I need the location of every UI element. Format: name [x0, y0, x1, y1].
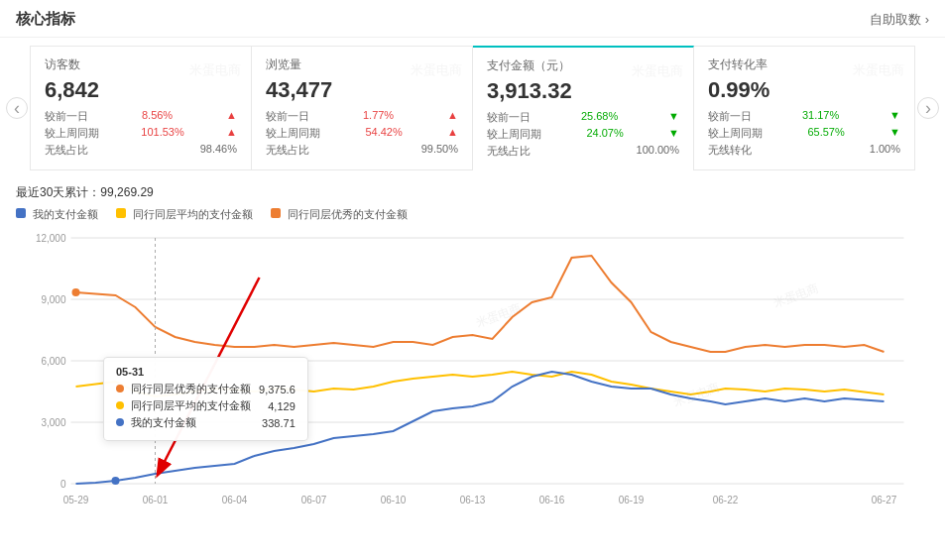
- metric-rows-pageviews: 较前一日 1.77% ▲ 较上周同期 54.42% ▲ 无线占比 99.50%: [266, 109, 458, 158]
- metric-row-label: 无线占比: [45, 143, 88, 158]
- arrow-up-icon: ▲: [226, 109, 237, 124]
- metric-card-visitors: 访客数 6,842 较前一日 8.56% ▲ 较上周同期 101.53% ▲ 无…: [30, 46, 252, 170]
- metric-row-value: 25.68%: [581, 110, 618, 125]
- svg-text:06-10: 06-10: [381, 495, 407, 505]
- arrow-down-icon: ▼: [668, 127, 679, 142]
- header: 核心指标 自助取数 ›: [0, 0, 945, 38]
- svg-text:06-27: 06-27: [872, 495, 897, 505]
- metric-row-label: 较上周同期: [708, 126, 763, 141]
- tooltip-dot-top: [116, 385, 124, 392]
- svg-text:06-04: 06-04: [222, 495, 248, 505]
- tooltip-row-my: 我的支付金额 338.71: [116, 415, 295, 430]
- metric-card-payment: 支付金额（元） 3,913.32 较前一日 25.68% ▼ 较上周同期 24.…: [473, 46, 694, 170]
- legend-dot-avg: [116, 208, 126, 218]
- tooltip-dot-avg: [116, 401, 124, 409]
- metrics-cards: 访客数 6,842 较前一日 8.56% ▲ 较上周同期 101.53% ▲ 无…: [30, 46, 915, 170]
- tooltip-value-my: 338.71: [262, 417, 295, 429]
- arrow-down-icon: ▼: [889, 126, 900, 141]
- metric-label-conversion: 支付转化率: [708, 56, 900, 73]
- chart-tooltip: 05-31 同行同层优秀的支付金额 9,375.6 同行同层平均的支付金额 4,…: [103, 357, 308, 441]
- metric-row-label: 无线占比: [266, 143, 309, 158]
- metric-label-payment: 支付金额（元）: [487, 57, 679, 74]
- metric-row-value: 65.57%: [807, 126, 844, 141]
- line-top: [76, 256, 885, 352]
- metric-value-conversion: 0.99%: [708, 77, 900, 103]
- legend-label-avg: 同行同层平均的支付金额: [133, 208, 253, 220]
- metric-row-label: 无线占比: [487, 144, 531, 159]
- svg-text:06-01: 06-01: [143, 495, 169, 505]
- self-service-label: 自助取数: [870, 11, 921, 29]
- metric-row-value: 31.17%: [802, 109, 839, 124]
- tooltip-dot-my: [116, 418, 124, 426]
- svg-text:06-22: 06-22: [713, 495, 739, 505]
- tooltip-value-top: 9,375.6: [259, 384, 295, 395]
- metric-row-value: 99.50%: [421, 143, 458, 158]
- chevron-right-icon: ›: [925, 12, 929, 27]
- svg-text:6,000: 6,000: [41, 356, 65, 367]
- legend-dot-my: [16, 208, 26, 218]
- chart-area: 12,000 9,000 6,000 3,000 0 05-29 06-01 0…: [16, 228, 929, 535]
- arrow-up-icon: ▲: [447, 126, 458, 141]
- svg-text:米蛋电商: 米蛋电商: [672, 380, 722, 409]
- metric-value-visitors: 6,842: [45, 77, 237, 103]
- svg-text:0: 0: [60, 479, 66, 490]
- tooltip-label-my: 我的支付金额: [131, 416, 196, 428]
- metrics-nav-left[interactable]: ‹: [6, 97, 28, 119]
- metric-row-label: 较前一日: [266, 109, 309, 124]
- page-title: 核心指标: [16, 10, 75, 29]
- tooltip-row-top: 同行同层优秀的支付金额 9,375.6: [116, 382, 295, 396]
- tooltip-label-top: 同行同层优秀的支付金额: [131, 383, 251, 394]
- metric-row-label: 无线转化: [708, 143, 752, 158]
- metric-row-value: 8.56%: [142, 109, 173, 124]
- metric-row-value: 101.53%: [141, 126, 183, 141]
- tooltip-label-avg: 同行同层平均的支付金额: [131, 399, 251, 411]
- metric-row-value: 98.46%: [200, 143, 237, 158]
- metric-row-label: 较前一日: [487, 110, 531, 125]
- arrow-down-icon: ▼: [889, 109, 900, 124]
- metric-row-value: 54.42%: [365, 126, 402, 141]
- metric-row-value: 24.07%: [586, 127, 623, 142]
- self-service-button[interactable]: 自助取数 ›: [870, 11, 929, 29]
- legend-item-avg: 同行同层平均的支付金额: [116, 207, 253, 222]
- arrow-up-icon: ▲: [447, 109, 458, 124]
- svg-text:3,000: 3,000: [41, 417, 65, 428]
- metric-row-label: 较前一日: [45, 109, 88, 124]
- metric-rows-payment: 较前一日 25.68% ▼ 较上周同期 24.07% ▼ 无线占比 100.00…: [487, 110, 679, 159]
- svg-text:米蛋电商: 米蛋电商: [771, 280, 821, 310]
- tooltip-value-avg: 4,129: [268, 400, 295, 412]
- arrow-up-icon: ▲: [226, 126, 237, 141]
- metric-row-value: 1.00%: [870, 143, 900, 158]
- legend-item-top: 同行同层优秀的支付金额: [271, 207, 408, 222]
- metric-label-pageviews: 浏览量: [266, 56, 458, 73]
- metric-row-value: 1.77%: [363, 109, 394, 124]
- metrics-nav-right[interactable]: ›: [917, 97, 939, 119]
- svg-text:06-07: 06-07: [301, 495, 327, 505]
- svg-text:06-16: 06-16: [539, 495, 565, 505]
- metric-row-value: 100.00%: [637, 144, 679, 159]
- tooltip-row-avg: 同行同层平均的支付金额 4,129: [116, 398, 295, 413]
- metric-rows-conversion: 较前一日 31.17% ▼ 较上周同期 65.57% ▼ 无线转化 1.00%: [708, 109, 900, 158]
- metric-row-label: 较前一日: [708, 109, 752, 124]
- metric-row-label: 较上周同期: [266, 126, 320, 141]
- metric-row-label: 较上周同期: [45, 126, 99, 141]
- svg-text:06-19: 06-19: [619, 495, 645, 505]
- legend-item-my: 我的支付金额: [16, 207, 98, 222]
- metric-row-label: 较上周同期: [487, 127, 541, 142]
- tooltip-date: 05-31: [116, 366, 295, 378]
- svg-text:05-29: 05-29: [63, 495, 89, 505]
- page-container: 核心指标 自助取数 › ‹ 访客数 6,842 较前一日 8.56% ▲ 较: [0, 0, 945, 560]
- legend-dot-top: [271, 208, 281, 218]
- metric-rows-visitors: 较前一日 8.56% ▲ 较上周同期 101.53% ▲ 无线占比 98.46%: [45, 109, 237, 158]
- svg-text:9,000: 9,000: [41, 294, 65, 305]
- metric-value-payment: 3,913.32: [487, 78, 679, 104]
- legend-label-my: 我的支付金额: [33, 208, 98, 220]
- svg-text:米蛋电商: 米蛋电商: [474, 300, 524, 330]
- dot-top-start: [72, 288, 80, 296]
- arrow-down-icon: ▼: [668, 110, 679, 125]
- metric-card-conversion: 支付转化率 0.99% 较前一日 31.17% ▼ 较上周同期 65.57% ▼…: [694, 46, 915, 170]
- chart-section: 最近30天累计：99,269.29 我的支付金额 同行同层平均的支付金额 同行同…: [0, 174, 945, 535]
- metric-value-pageviews: 43,477: [266, 77, 458, 103]
- legend-label-top: 同行同层优秀的支付金额: [288, 208, 408, 220]
- svg-text:12,000: 12,000: [36, 233, 66, 244]
- svg-text:06-13: 06-13: [460, 495, 486, 505]
